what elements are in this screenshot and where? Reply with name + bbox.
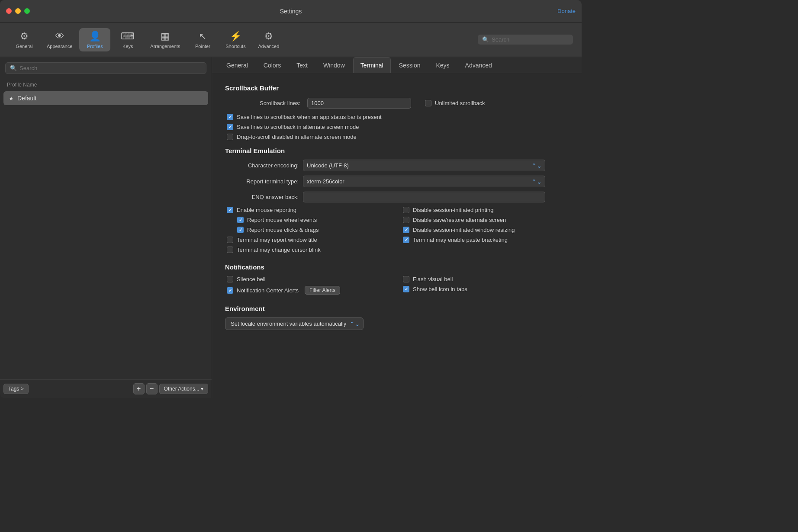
toolbar-item-appearance[interactable]: 👁 Appearance xyxy=(42,28,77,51)
char-encoding-select-wrapper: Unicode (UTF-8) ⌃⌄ xyxy=(303,160,545,171)
maximize-button[interactable] xyxy=(24,8,30,14)
tab-terminal[interactable]: Terminal xyxy=(353,57,391,73)
enable-mouse-reporting-row: Enable mouse reporting xyxy=(227,207,393,213)
toolbar-label-profiles: Profiles xyxy=(87,44,103,49)
profile-item-default[interactable]: ★ Default xyxy=(3,91,208,105)
sidebar-search-icon: 🔍 xyxy=(10,65,17,71)
flash-visual-bell-checkbox[interactable] xyxy=(403,276,409,282)
tab-session[interactable]: Session xyxy=(392,57,428,73)
locale-select[interactable]: Set locale environment variables automat… xyxy=(225,317,364,330)
scrollback-lines-input[interactable] xyxy=(307,98,411,109)
terminal-report-title-checkbox[interactable] xyxy=(227,237,233,243)
tab-text[interactable]: Text xyxy=(289,57,315,73)
terminal-report-title-row: Terminal may report window title xyxy=(227,237,393,243)
disable-session-resize-checkbox[interactable] xyxy=(403,227,409,233)
other-actions-button[interactable]: Other Actions... ▾ xyxy=(159,384,208,394)
enq-answer-input[interactable] xyxy=(303,192,545,202)
profile-list-header: Profile Name xyxy=(0,79,212,90)
terminal-paste-bracketing-label: Terminal may enable paste bracketing xyxy=(413,237,508,243)
left-col-checkboxes: Enable mouse reporting Report mouse whee… xyxy=(225,207,393,256)
notification-center-checkbox[interactable] xyxy=(227,287,233,294)
toolbar-item-pointer[interactable]: ↖ Pointer xyxy=(187,28,218,51)
report-mouse-wheel-checkbox[interactable] xyxy=(237,217,244,223)
save-lines-alternate-label: Save lines to scrollback in alternate sc… xyxy=(237,124,359,130)
silence-bell-row: Silence bell xyxy=(227,276,393,282)
toolbar-search-input[interactable] xyxy=(492,36,569,43)
tab-window[interactable]: Window xyxy=(316,57,352,73)
minimize-button[interactable] xyxy=(15,8,21,14)
toolbar-item-general[interactable]: ⚙ General xyxy=(9,28,40,51)
right-col-checkboxes: Disable session-initiated printing Disab… xyxy=(401,207,569,256)
enable-mouse-reporting-checkbox[interactable] xyxy=(227,207,233,213)
toolbar-item-profiles[interactable]: 👤 Profiles xyxy=(79,28,110,51)
show-bell-icon-row: Show bell icon in tabs xyxy=(403,286,569,292)
arrangements-icon: ▦ xyxy=(161,31,170,42)
notification-center-label: Notification Center Alerts xyxy=(237,287,299,294)
show-bell-icon-label: Show bell icon in tabs xyxy=(413,286,467,292)
advanced-icon: ⚙ xyxy=(264,31,273,42)
appearance-icon: 👁 xyxy=(55,31,64,42)
content-area: Scrollback Buffer Scrollback lines: Unli… xyxy=(212,73,582,398)
char-encoding-row: Character encoding: Unicode (UTF-8) ⌃⌄ xyxy=(225,160,569,171)
main-layout: 🔍 Profile Name ★ Default Tags > + − Othe… xyxy=(0,57,582,398)
terminal-change-cursor-checkbox[interactable] xyxy=(227,247,233,253)
right-panel: General Colors Text Window Terminal Sess… xyxy=(212,57,582,398)
other-actions-label: Other Actions... xyxy=(164,386,200,392)
general-icon: ⚙ xyxy=(20,31,29,42)
silence-bell-label: Silence bell xyxy=(237,276,266,282)
profile-item-label: Default xyxy=(17,95,36,102)
locale-select-wrapper: Set locale environment variables automat… xyxy=(225,317,364,330)
save-lines-app-status-checkbox[interactable] xyxy=(227,114,233,120)
notifications-checkboxes: Silence bell Notification Center Alerts … xyxy=(225,276,569,298)
terminal-paste-bracketing-checkbox[interactable] xyxy=(403,237,409,243)
environment-section-title: Environment xyxy=(225,305,569,312)
enq-answer-row: ENQ answer back: xyxy=(225,192,569,202)
toolbar-label-general: General xyxy=(16,44,32,49)
toolbar-label-advanced: Advanced xyxy=(258,44,279,49)
tab-colors[interactable]: Colors xyxy=(256,57,288,73)
titlebar: Settings Donate xyxy=(0,0,582,22)
terminal-change-cursor-label: Terminal may change cursor blink xyxy=(237,247,321,253)
tags-button[interactable]: Tags > xyxy=(3,384,29,394)
unlimited-scrollback-checkbox[interactable] xyxy=(425,100,431,106)
notification-center-row: Notification Center Alerts Filter Alerts xyxy=(227,286,393,295)
toolbar-item-keys[interactable]: ⌨ Keys xyxy=(112,28,143,51)
report-terminal-select[interactable]: xterm-256color xyxy=(303,176,545,187)
char-encoding-select[interactable]: Unicode (UTF-8) xyxy=(303,160,545,171)
close-button[interactable] xyxy=(6,8,12,14)
disable-session-printing-checkbox[interactable] xyxy=(403,207,409,213)
remove-profile-button[interactable]: − xyxy=(146,383,158,394)
toolbar-search-icon: 🔍 xyxy=(482,36,489,43)
toolbar-search[interactable]: 🔍 xyxy=(478,35,573,45)
scrollback-section-title: Scrollback Buffer xyxy=(225,84,569,92)
disable-session-printing-row: Disable session-initiated printing xyxy=(403,207,569,213)
terminal-paste-bracketing-row: Terminal may enable paste bracketing xyxy=(403,237,569,243)
disable-session-resize-label: Disable session-initiated window resizin… xyxy=(413,227,515,233)
toolbar-label-shortcuts: Shortcuts xyxy=(225,44,245,49)
silence-bell-checkbox[interactable] xyxy=(227,276,233,282)
show-bell-icon-checkbox[interactable] xyxy=(403,286,409,292)
donate-link[interactable]: Donate xyxy=(557,8,576,14)
sidebar-search-input[interactable] xyxy=(19,65,202,71)
tab-keys[interactable]: Keys xyxy=(428,57,457,73)
tab-advanced[interactable]: Advanced xyxy=(458,57,499,73)
add-profile-button[interactable]: + xyxy=(133,383,145,394)
toolbar-label-pointer: Pointer xyxy=(195,44,210,49)
enq-answer-label: ENQ answer back: xyxy=(225,194,299,200)
sidebar-search-container[interactable]: 🔍 xyxy=(5,62,206,74)
disable-save-restore-checkbox[interactable] xyxy=(403,217,409,223)
report-mouse-clicks-checkbox[interactable] xyxy=(237,227,244,233)
toolbar-item-shortcuts[interactable]: ⚡ Shortcuts xyxy=(220,28,251,51)
scrollback-lines-label: Scrollback lines: xyxy=(227,100,300,106)
profiles-icon: 👤 xyxy=(89,31,101,42)
drag-to-scroll-checkbox[interactable] xyxy=(227,134,233,140)
char-encoding-label: Character encoding: xyxy=(225,162,299,169)
filter-alerts-button[interactable]: Filter Alerts xyxy=(305,286,340,295)
terminal-emulation-section-title: Terminal Emulation xyxy=(225,147,569,154)
toolbar-item-arrangements[interactable]: ▦ Arrangements xyxy=(145,28,185,51)
tab-general[interactable]: General xyxy=(219,57,255,73)
save-lines-alternate-checkbox[interactable] xyxy=(227,124,233,130)
toolbar-item-advanced[interactable]: ⚙ Advanced xyxy=(253,28,284,51)
sidebar-footer: Tags > + − Other Actions... ▾ xyxy=(0,379,212,398)
notifications-left-col: Silence bell Notification Center Alerts … xyxy=(225,276,393,298)
